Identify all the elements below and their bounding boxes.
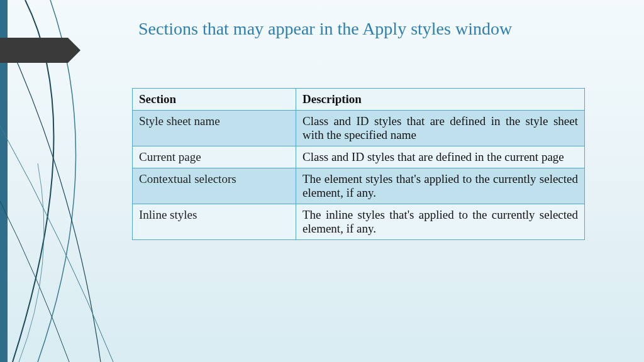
header-description: Description	[296, 89, 585, 111]
cell-description: The element styles that's applied to the…	[296, 168, 585, 204]
sections-table: Section Description Style sheet name Cla…	[132, 88, 585, 240]
decorative-arrow-shape	[0, 38, 80, 63]
cell-description: Class and ID styles that are defined in …	[296, 146, 585, 168]
cell-section: Style sheet name	[133, 111, 296, 146]
table-row: Current page Class and ID styles that ar…	[133, 146, 585, 168]
header-section: Section	[133, 89, 296, 111]
cell-section: Current page	[133, 146, 296, 168]
cell-section: Contextual selectors	[133, 168, 296, 204]
cell-section: Inline styles	[133, 204, 296, 240]
sections-table-container: Section Description Style sheet name Cla…	[132, 88, 585, 240]
table-row: Contextual selectors The element styles …	[133, 168, 585, 204]
table-row: Style sheet name Class and ID styles tha…	[133, 111, 585, 146]
cell-description: The inline styles that's applied to the …	[296, 204, 585, 240]
table-header-row: Section Description	[133, 89, 585, 111]
table-row: Inline styles The inline styles that's a…	[133, 204, 585, 240]
cell-description: Class and ID styles that are defined in …	[296, 111, 585, 146]
slide-title: Sections that may appear in the Apply st…	[138, 19, 619, 39]
